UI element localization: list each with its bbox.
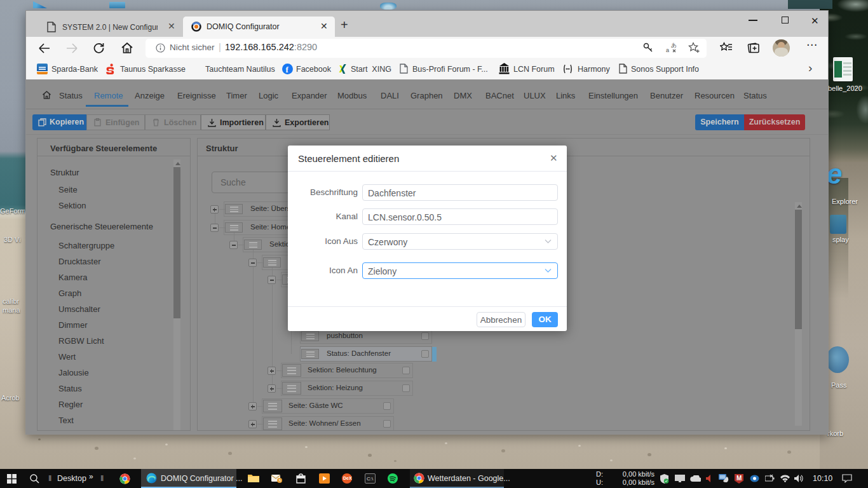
svg-text:a: a [666,47,669,53]
svg-text:あ: あ [671,42,677,48]
